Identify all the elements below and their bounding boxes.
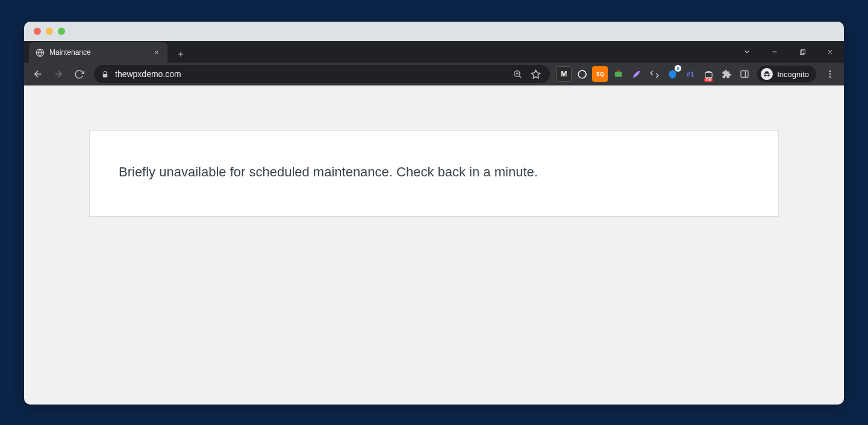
page-viewport: Briefly unavailable for scheduled mainte… [24,85,844,405]
browser-window: Maintenance [24,22,844,405]
extension-off-icon[interactable]: Off [701,66,716,82]
window-minimize-mac[interactable] [46,28,53,35]
window-minimize-button[interactable] [761,41,788,63]
browser-menu-button[interactable] [821,65,839,83]
svg-rect-9 [705,72,712,77]
incognito-label: Incognito [777,70,809,79]
bookmark-star-icon[interactable] [528,67,543,81]
zoom-icon[interactable] [510,67,525,81]
extension-m-icon[interactable]: M [556,66,572,82]
maintenance-message: Briefly unavailable for scheduled mainte… [119,164,749,180]
globe-icon [35,48,45,57]
extension-m-label: M [561,70,567,78]
svg-rect-3 [103,73,108,76]
extension-feather-icon[interactable] [628,66,644,82]
toolbar: thewpxdemo.com M SQ [24,63,844,85]
url-text: thewpxdemo.com [115,69,504,79]
incognito-icon [761,68,773,80]
extension-circle-icon[interactable] [574,66,590,82]
reload-button[interactable] [70,65,88,83]
extension-sq-icon[interactable]: SQ [592,66,608,82]
tab-title: Maintenance [49,48,91,57]
svg-rect-8 [617,70,619,72]
extensions-row: M SQ 8 #1 Off [556,66,752,82]
maintenance-card: Briefly unavailable for scheduled mainte… [89,130,779,217]
incognito-indicator[interactable]: Incognito [757,66,816,82]
tab-strip: Maintenance [24,41,844,63]
extension-hash-icon[interactable]: #1 [682,66,698,82]
new-tab-button[interactable] [172,46,189,63]
svg-rect-2 [800,51,804,54]
extension-shield-icon[interactable]: 8 [664,66,680,82]
address-bar[interactable]: thewpxdemo.com [94,65,550,83]
extension-sq-label: SQ [596,71,604,77]
titlebar [24,22,844,41]
window-maximize-mac[interactable] [58,28,65,35]
svg-marker-5 [531,70,540,78]
extension-hash-label: #1 [687,70,694,78]
svg-rect-7 [615,72,622,77]
svg-point-13 [829,73,831,75]
window-restore-button[interactable] [788,41,816,63]
side-panel-icon[interactable] [737,66,752,82]
tab-close-button[interactable] [152,48,161,57]
extension-badge: 8 [675,65,681,72]
extension-green-icon[interactable] [610,66,626,82]
forward-button[interactable] [49,65,67,83]
extension-arrows-icon[interactable] [646,66,662,82]
window-controls [733,41,844,63]
extensions-menu-icon[interactable] [719,66,734,82]
window-close-mac[interactable] [34,28,41,35]
svg-rect-10 [741,71,748,78]
window-close-button[interactable] [816,41,844,63]
lock-icon [101,70,109,78]
browser-tab[interactable]: Maintenance [29,42,167,63]
tab-search-button[interactable] [733,41,761,63]
svg-rect-1 [801,49,805,53]
svg-point-14 [829,76,831,78]
extension-off-badge: Off [704,78,713,82]
back-button[interactable] [29,65,47,83]
svg-point-12 [829,70,831,72]
